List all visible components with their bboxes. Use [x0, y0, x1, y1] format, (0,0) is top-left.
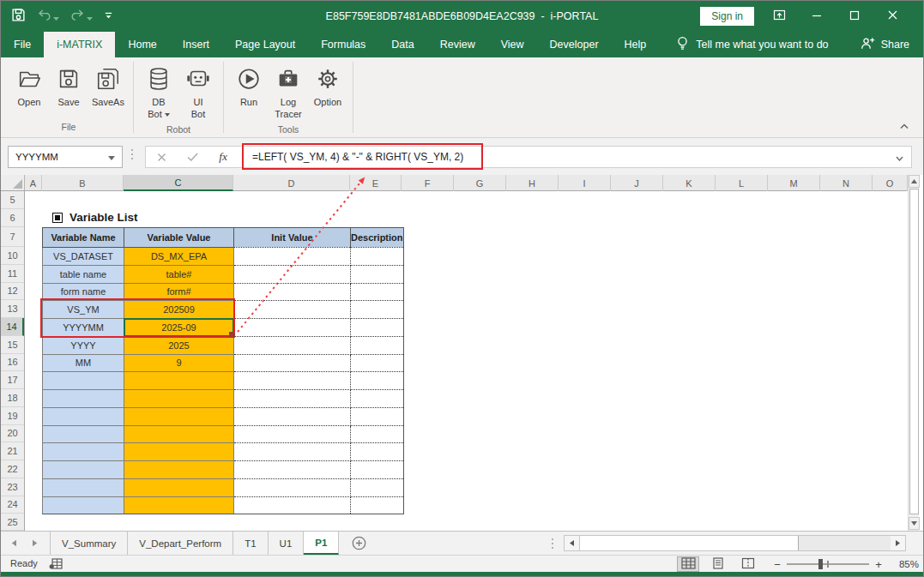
init-value-cell-d24[interactable] — [234, 496, 351, 514]
description-cell-e15[interactable] — [351, 336, 404, 354]
description-cell-e14[interactable] — [351, 319, 404, 337]
ribbon-display-options-button[interactable] — [760, 1, 798, 32]
column-header-d[interactable]: D — [233, 175, 350, 191]
var-value-cell-c20[interactable] — [124, 425, 234, 443]
init-value-cell-d17[interactable] — [234, 372, 351, 390]
var-name-cell-b21[interactable] — [43, 443, 124, 461]
var-value-cell-c18[interactable] — [124, 390, 234, 408]
ribbon-tab-page-layout[interactable]: Page Layout — [222, 32, 308, 57]
db-bot-button[interactable]: DBBot — [139, 59, 178, 121]
var-name-cell-b12[interactable]: form name — [43, 283, 124, 301]
var-name-cell-b18[interactable] — [43, 390, 124, 408]
row-header-19[interactable]: 19 — [1, 407, 24, 425]
ribbon-tab-i-matrix[interactable]: i-MATRIX — [44, 32, 115, 57]
row-header-21[interactable]: 21 — [1, 442, 24, 460]
var-name-cell-b16[interactable]: MM — [43, 354, 124, 372]
column-header-b[interactable]: B — [42, 175, 124, 191]
ribbon-tab-insert[interactable]: Insert — [170, 32, 222, 57]
formula-bar-splitter[interactable] — [131, 149, 133, 159]
var-name-cell-b15[interactable]: YYYY — [43, 336, 124, 354]
sheet-tab-u1[interactable]: U1 — [269, 532, 305, 555]
column-header-i[interactable]: I — [559, 175, 611, 191]
var-value-cell-c17[interactable] — [124, 372, 234, 390]
chevron-down-icon[interactable] — [108, 152, 115, 162]
cancel-entry-icon[interactable] — [146, 153, 177, 162]
column-header-k[interactable]: K — [663, 175, 716, 191]
var-name-cell-b13[interactable]: VS_YM — [43, 301, 124, 319]
var-name-cell-b19[interactable] — [43, 407, 124, 425]
formula-input[interactable]: =LEFT( VS_YM, 4) & "-" & RIGHT( VS_YM, 2… — [252, 151, 463, 163]
var-value-cell-c23[interactable] — [124, 478, 234, 496]
row-header-22[interactable]: 22 — [1, 460, 24, 478]
expand-formula-bar-icon[interactable] — [896, 149, 911, 165]
init-value-cell-d18[interactable] — [234, 390, 351, 408]
var-value-cell-c11[interactable]: table# — [124, 265, 234, 283]
row-header-14[interactable]: 14 — [1, 318, 24, 336]
column-header-a[interactable]: A — [25, 175, 42, 191]
row-header-24[interactable]: 24 — [1, 496, 24, 514]
init-value-cell-d19[interactable] — [234, 407, 351, 425]
var-name-cell-b22[interactable] — [43, 461, 124, 479]
sheet-tab-v-summary[interactable]: V_Summary — [50, 532, 128, 555]
sheet-canvas[interactable]: Variable List Variable NameVariable Valu… — [25, 191, 908, 531]
row-header-25[interactable]: 25 — [1, 514, 24, 531]
description-cell-e16[interactable] — [351, 354, 404, 372]
description-cell-e23[interactable] — [351, 478, 404, 496]
vertical-scrollbar[interactable] — [908, 175, 919, 531]
row-header-13[interactable]: 13 — [1, 300, 24, 318]
column-header-n[interactable]: N — [820, 175, 873, 191]
description-cell-e20[interactable] — [351, 425, 404, 443]
row-header-18[interactable]: 18 — [1, 389, 24, 407]
name-box[interactable]: YYYYMM — [8, 146, 123, 168]
var-name-cell-b24[interactable] — [43, 496, 124, 514]
sheet-tab-t1[interactable]: T1 — [233, 532, 268, 555]
init-value-cell-d16[interactable] — [234, 354, 351, 372]
minimize-button[interactable] — [798, 1, 836, 32]
tab-bar-splitter[interactable] — [552, 538, 553, 549]
normal-view-button[interactable] — [677, 556, 699, 572]
var-value-cell-c22[interactable] — [124, 461, 234, 479]
column-header-j[interactable]: J — [611, 175, 663, 191]
row-header-17[interactable]: 17 — [1, 371, 24, 389]
scroll-down-icon[interactable] — [909, 517, 920, 530]
var-name-cell-b10[interactable]: VS_DATASET — [43, 248, 124, 266]
init-value-cell-d22[interactable] — [234, 461, 351, 479]
init-value-cell-d20[interactable] — [234, 425, 351, 443]
scroll-up-icon[interactable] — [909, 175, 920, 188]
description-cell-e19[interactable] — [351, 407, 404, 425]
macro-record-icon[interactable] — [49, 558, 63, 569]
description-cell-e18[interactable] — [351, 390, 404, 408]
var-name-cell-b23[interactable] — [43, 478, 124, 496]
new-sheet-button[interactable] — [352, 532, 366, 555]
description-cell-e10[interactable] — [351, 248, 404, 266]
zoom-slider[interactable] — [787, 556, 869, 572]
confirm-entry-icon[interactable] — [177, 153, 208, 161]
var-value-cell-c13[interactable]: 202509 — [124, 301, 234, 319]
scroll-left-icon[interactable] — [565, 536, 579, 550]
var-value-cell-c19[interactable] — [124, 407, 234, 425]
save-button[interactable]: Save — [49, 59, 88, 108]
column-header-c[interactable]: C — [124, 175, 233, 191]
row-header-6[interactable]: 6 — [1, 209, 24, 227]
next-sheet-icon[interactable] — [32, 538, 38, 549]
table-header-description[interactable]: Description — [351, 228, 404, 248]
horizontal-scroll-thumb[interactable] — [579, 536, 799, 550]
scroll-right-icon[interactable] — [891, 536, 905, 550]
init-value-cell-d12[interactable] — [234, 283, 351, 301]
ribbon-tab-review[interactable]: Review — [427, 32, 488, 57]
column-header-e[interactable]: E — [350, 175, 402, 191]
run-button[interactable]: Run — [229, 59, 269, 108]
vertical-scroll-thumb[interactable] — [909, 189, 919, 514]
horizontal-scrollbar[interactable] — [564, 535, 906, 551]
init-value-cell-d11[interactable] — [234, 265, 351, 283]
ribbon-tab-file[interactable]: File — [1, 32, 44, 57]
insert-function-icon[interactable]: fx — [208, 150, 239, 164]
description-cell-e17[interactable] — [351, 372, 404, 390]
description-cell-e11[interactable] — [351, 265, 404, 283]
init-value-cell-d23[interactable] — [234, 478, 351, 496]
row-header-11[interactable]: 11 — [1, 265, 24, 283]
column-header-l[interactable]: L — [716, 175, 768, 191]
row-header-16[interactable]: 16 — [1, 354, 24, 372]
row-header-15[interactable]: 15 — [1, 336, 24, 354]
ribbon-tab-home[interactable]: Home — [115, 32, 169, 57]
